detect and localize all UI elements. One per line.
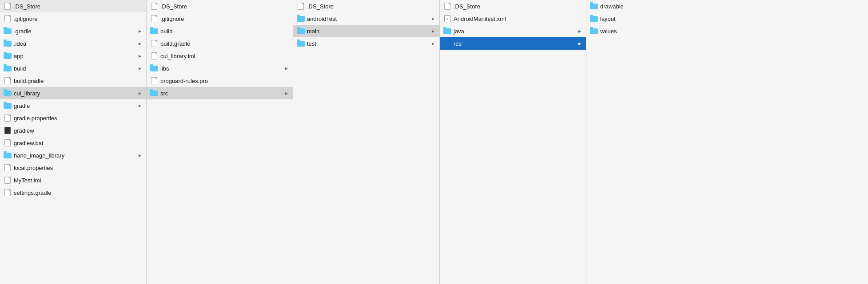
column-5: drawable layout values xyxy=(586,0,868,284)
file-icon xyxy=(150,16,158,22)
file-name: gradle.properties xyxy=(14,115,143,122)
file-name: src xyxy=(160,90,284,97)
file-name: gradlew.bat xyxy=(14,140,143,146)
list-item[interactable]: local.properties xyxy=(0,162,146,174)
list-item[interactable]: gradle xyxy=(0,99,146,112)
folder-icon xyxy=(150,65,158,71)
list-item[interactable]: proguard-rules.pro xyxy=(147,75,293,87)
list-item[interactable]: build.gradle xyxy=(0,75,146,87)
file-name: .gitignore xyxy=(160,16,289,22)
file-dark-icon xyxy=(4,127,12,134)
list-item[interactable]: .idea xyxy=(0,37,146,50)
list-item[interactable]: main xyxy=(293,25,439,37)
expand-arrow xyxy=(137,91,143,96)
list-item[interactable]: java xyxy=(440,25,586,37)
file-icon xyxy=(4,189,12,196)
folder-icon-selected xyxy=(443,40,451,47)
file-name: MyTest.iml xyxy=(14,177,143,184)
file-icon xyxy=(443,3,451,9)
file-name: build.gradle xyxy=(14,78,143,84)
file-name: androidTest xyxy=(307,16,430,22)
expand-arrow xyxy=(137,103,143,108)
file-name: app xyxy=(14,53,137,59)
expand-arrow xyxy=(137,53,143,59)
file-name: res xyxy=(454,40,577,47)
list-item[interactable]: .gradle xyxy=(0,25,146,37)
file-name: proguard-rules.pro xyxy=(160,78,289,84)
list-item[interactable]: androidTest xyxy=(293,12,439,25)
file-name: java xyxy=(454,28,577,35)
list-item[interactable]: layout xyxy=(586,12,868,25)
file-name: layout xyxy=(600,16,864,22)
list-item[interactable]: .DS_Store xyxy=(440,0,586,12)
list-item[interactable]: build.gradle xyxy=(147,37,293,50)
file-name: AndroidManifest.xml xyxy=(454,16,582,22)
expand-arrow xyxy=(577,28,582,34)
file-name: libs xyxy=(160,65,284,72)
list-item[interactable]: gradle.properties xyxy=(0,112,146,124)
folder-icon xyxy=(297,28,305,34)
list-item[interactable]: .gitignore xyxy=(0,12,146,25)
list-item[interactable]: gradlew.bat xyxy=(0,137,146,149)
expand-arrow xyxy=(137,153,143,158)
folder-icon xyxy=(4,65,12,71)
list-item[interactable]: values xyxy=(586,25,868,37)
column-4: .DS_Store AndroidManifest.xml java res xyxy=(440,0,586,284)
list-item[interactable]: .gitignore xyxy=(147,12,293,25)
list-item[interactable]: hand_image_library xyxy=(0,149,146,162)
file-name: .DS_Store xyxy=(160,3,289,10)
file-name: gradlew xyxy=(14,127,143,134)
list-item[interactable]: .DS_Store xyxy=(147,0,293,12)
file-name: .DS_Store xyxy=(14,3,143,10)
file-name: .idea xyxy=(14,40,137,47)
file-icon xyxy=(150,3,158,9)
file-icon xyxy=(297,3,305,9)
column-2: .DS_Store .gitignore build build.gradle … xyxy=(147,0,293,284)
expand-arrow xyxy=(137,66,143,71)
list-item[interactable]: drawable xyxy=(586,0,868,12)
list-item[interactable]: build xyxy=(147,25,293,37)
folder-icon xyxy=(150,90,158,96)
folder-icon xyxy=(150,28,158,34)
list-item[interactable]: cui_library xyxy=(0,87,146,99)
folder-icon xyxy=(590,3,598,9)
expand-arrow xyxy=(430,16,436,21)
file-name: .gitignore xyxy=(14,16,143,22)
file-icon xyxy=(4,3,12,9)
file-browser: .DS_Store .gitignore .gradle .idea app b… xyxy=(0,0,868,284)
folder-icon xyxy=(4,152,12,158)
file-icon xyxy=(4,16,12,22)
list-item[interactable]: settings.gradle xyxy=(0,186,146,199)
file-name: .DS_Store xyxy=(454,3,582,10)
file-name: values xyxy=(600,28,864,35)
list-item[interactable]: test xyxy=(293,37,439,50)
list-item[interactable]: cui_library.iml xyxy=(147,50,293,62)
list-item[interactable]: app xyxy=(0,50,146,62)
list-item[interactable]: build xyxy=(0,62,146,75)
list-item[interactable]: src xyxy=(147,87,293,99)
list-item[interactable]: .DS_Store xyxy=(293,0,439,12)
folder-icon xyxy=(4,103,12,109)
folder-icon xyxy=(297,40,305,47)
column-3: .DS_Store androidTest main test xyxy=(293,0,440,284)
folder-icon xyxy=(297,16,305,22)
file-name: build xyxy=(14,65,137,72)
file-icon xyxy=(150,78,158,84)
file-icon xyxy=(4,140,12,146)
list-item[interactable]: .DS_Store xyxy=(0,0,146,12)
list-item[interactable]: res xyxy=(440,37,586,50)
folder-icon xyxy=(443,28,451,34)
list-item[interactable]: MyTest.iml xyxy=(0,174,146,186)
file-name: build xyxy=(160,28,289,35)
expand-arrow xyxy=(137,28,143,34)
expand-arrow xyxy=(284,91,289,96)
file-icon xyxy=(4,165,12,171)
file-name: .DS_Store xyxy=(307,3,436,10)
list-item[interactable]: AndroidManifest.xml xyxy=(440,12,586,25)
expand-arrow xyxy=(430,41,436,46)
list-item[interactable]: libs xyxy=(147,62,293,75)
folder-icon xyxy=(4,28,12,34)
file-name: local.properties xyxy=(14,165,143,171)
file-name: cui_library xyxy=(14,90,137,97)
list-item[interactable]: gradlew xyxy=(0,124,146,137)
